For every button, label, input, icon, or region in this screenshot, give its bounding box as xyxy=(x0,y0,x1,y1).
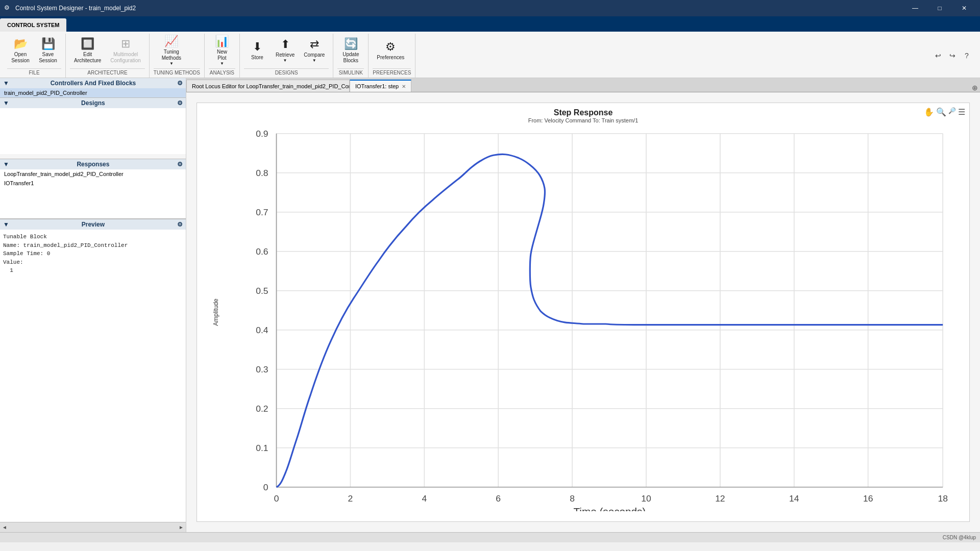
retrieve-icon: ⬆ xyxy=(281,38,290,51)
svg-text:0.8: 0.8 xyxy=(256,168,268,178)
svg-text:2: 2 xyxy=(348,493,353,504)
left-scroll-bar: ◄ ► xyxy=(0,522,186,532)
architecture-group-label: ARCHITECTURE xyxy=(70,68,145,78)
ribbon-group-simulink: 🔄 UpdateBlocks SIMULINK xyxy=(333,34,369,78)
ribbon-group-preferences: ⚙ Preferences PREFERENCES xyxy=(369,34,415,78)
preferences-group-label: PREFERENCES xyxy=(373,68,411,78)
svg-text:12: 12 xyxy=(715,493,725,504)
left-scroll-right-icon[interactable]: ► xyxy=(179,524,184,530)
controllers-section-header[interactable]: ▼ Controllers And Fixed Blocks ⚙ xyxy=(0,78,186,88)
compare-icon: ⇄ xyxy=(310,38,319,51)
responses-chevron-icon: ▼ xyxy=(3,161,9,168)
svg-text:Time (seconds): Time (seconds) xyxy=(573,506,646,511)
response-item-1[interactable]: IOTransfer1 xyxy=(0,179,186,188)
preview-content: Tunable Block Name: train_model_pid2_PID… xyxy=(0,230,186,522)
controllers-content: train_model_pid2_PID_Controller xyxy=(0,88,186,97)
ribbon-group-designs: ⬇ Store ⬆ Retrieve ▼ ⇄ Compare ▼ DESIGNS xyxy=(240,34,333,78)
responses-section-header[interactable]: ▼ Responses ⚙ xyxy=(0,159,186,169)
designs-settings-icon: ⚙ xyxy=(177,99,183,107)
svg-text:0: 0 xyxy=(263,482,268,492)
doc-tabs-add-icon[interactable]: ⊕ xyxy=(972,84,978,92)
doc-tab-root-locus[interactable]: Root Locus Editor for LoopTransfer_train… xyxy=(186,80,350,92)
response-item-0[interactable]: LoopTransfer_train_model_pid2_PID_Contro… xyxy=(0,169,186,179)
left-scroll-left-icon[interactable]: ◄ xyxy=(2,524,7,530)
svg-text:0.5: 0.5 xyxy=(256,286,268,296)
doc-tab-iotransfer[interactable]: IOTransfer1: step ✕ xyxy=(350,80,411,92)
document-tab-bar: Root Locus Editor for LoopTransfer_train… xyxy=(186,78,980,92)
preferences-buttons: ⚙ Preferences xyxy=(373,34,411,67)
iotransfer-tab-close-icon[interactable]: ✕ xyxy=(402,84,406,89)
control-system-tab[interactable]: CONTROL SYSTEM xyxy=(0,18,66,32)
svg-text:0.2: 0.2 xyxy=(256,404,268,414)
svg-text:0.6: 0.6 xyxy=(256,246,268,257)
preview-chevron-icon: ▼ xyxy=(3,221,9,228)
new-plot-button[interactable]: 📊 NewPlot ▼ xyxy=(209,35,235,66)
chart-title-area: Step Response From: Velocity Command To:… xyxy=(197,103,969,126)
save-session-button[interactable]: 💾 SaveSession xyxy=(35,35,61,66)
svg-text:0.7: 0.7 xyxy=(256,207,268,217)
update-blocks-button[interactable]: 🔄 UpdateBlocks xyxy=(337,35,364,66)
app-tab-bar: CONTROL SYSTEM xyxy=(0,16,980,32)
preview-section: ▼ Preview ⚙ Tunable Block Name: train_mo… xyxy=(0,219,186,522)
svg-text:18: 18 xyxy=(938,493,947,504)
designs-section-header[interactable]: ▼ Designs ⚙ xyxy=(0,98,186,108)
redo-button[interactable]: ↪ xyxy=(946,49,959,62)
preview-text-line5: 1 xyxy=(3,266,183,275)
svg-text:0.3: 0.3 xyxy=(256,364,268,374)
designs-group-label: DESIGNS xyxy=(244,68,329,78)
update-blocks-icon: 🔄 xyxy=(344,37,358,51)
ribbon: 📂 OpenSession 💾 SaveSession FILE 🔲 EditA… xyxy=(0,32,980,78)
preview-text-line3: Sample Time: 0 xyxy=(3,249,183,258)
chart-container: Step Response From: Velocity Command To:… xyxy=(197,103,970,522)
multimodel-icon: ⊞ xyxy=(121,37,130,51)
compare-button[interactable]: ⇄ Compare ▼ xyxy=(300,35,329,66)
retrieve-button[interactable]: ⬆ Retrieve ▼ xyxy=(272,35,299,66)
plot-area: Step Response From: Velocity Command To:… xyxy=(186,92,980,532)
multimodel-configuration-button: ⊞ MultimodelConfiguration xyxy=(106,35,144,66)
preferences-icon: ⚙ xyxy=(385,40,396,54)
chart-pan-tool[interactable]: ✋ xyxy=(924,107,934,117)
preferences-button[interactable]: ⚙ Preferences xyxy=(373,35,408,66)
ribbon-group-analysis: 📊 NewPlot ▼ ANALYSIS xyxy=(205,34,240,78)
svg-text:0.4: 0.4 xyxy=(256,325,268,335)
open-session-button[interactable]: 📂 OpenSession xyxy=(7,35,34,66)
tuning-group-label: TUNING METHODS xyxy=(154,68,200,78)
tuning-arrow-icon: ▼ xyxy=(169,61,174,66)
root-locus-tab-label: Root Locus Editor for LoopTransfer_train… xyxy=(192,83,350,89)
ribbon-right: ↩ ↪ ? xyxy=(932,34,977,78)
minimize-button[interactable]: — xyxy=(903,0,927,16)
ribbon-toolbar: 📂 OpenSession 💾 SaveSession FILE 🔲 EditA… xyxy=(0,32,980,78)
store-button[interactable]: ⬇ Store xyxy=(244,35,271,66)
main-area: ▼ Controllers And Fixed Blocks ⚙ train_m… xyxy=(0,78,980,532)
designs-buttons: ⬇ Store ⬆ Retrieve ▼ ⇄ Compare ▼ xyxy=(244,34,329,67)
svg-text:4: 4 xyxy=(422,493,427,504)
chart-title: Step Response xyxy=(197,108,969,117)
maximize-button[interactable]: □ xyxy=(928,0,951,16)
svg-text:14: 14 xyxy=(789,493,799,504)
undo-button[interactable]: ↩ xyxy=(932,49,944,62)
ribbon-group-file: 📂 OpenSession 💾 SaveSession FILE xyxy=(3,34,66,78)
designs-section-title: Designs xyxy=(81,99,105,107)
controller-item-0[interactable]: train_model_pid2_PID_Controller xyxy=(0,88,186,97)
preview-text-line1: Tunable Block xyxy=(3,233,183,241)
open-icon: 📂 xyxy=(14,37,28,51)
chart-legend-tool[interactable]: ☰ xyxy=(958,107,965,117)
chart-toolbar: ✋ 🔍 🔎 ☰ xyxy=(924,107,965,117)
help-button[interactable]: ? xyxy=(961,49,973,62)
tuning-buttons: 📈 TuningMethods ▼ xyxy=(154,34,200,67)
ribbon-group-tuning: 📈 TuningMethods ▼ TUNING METHODS xyxy=(150,34,205,78)
architecture-buttons: 🔲 EditArchitecture ⊞ MultimodelConfigura… xyxy=(70,34,145,67)
title-bar: ⚙ Control System Designer - train_model_… xyxy=(0,0,980,16)
tuning-icon: 📈 xyxy=(164,35,178,48)
tuning-methods-button[interactable]: 📈 TuningMethods ▼ xyxy=(154,35,189,66)
chart-zoom-out-tool[interactable]: 🔎 xyxy=(948,107,956,117)
app-icon: ⚙ xyxy=(4,4,12,12)
preview-section-header[interactable]: ▼ Preview ⚙ xyxy=(0,219,186,230)
ribbon-group-architecture: 🔲 EditArchitecture ⊞ MultimodelConfigura… xyxy=(66,34,150,78)
chart-zoom-in-tool[interactable]: 🔍 xyxy=(936,107,946,117)
responses-section-title: Responses xyxy=(77,161,109,168)
edit-architecture-button[interactable]: 🔲 EditArchitecture xyxy=(70,35,105,66)
close-button[interactable]: ✕ xyxy=(952,0,976,16)
store-icon: ⬇ xyxy=(253,40,262,54)
analysis-buttons: 📊 NewPlot ▼ xyxy=(209,34,235,67)
